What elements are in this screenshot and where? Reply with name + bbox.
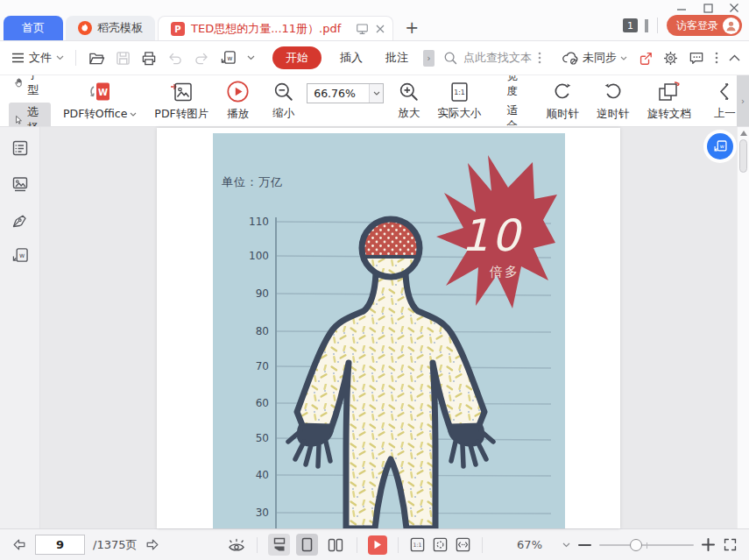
actual-size-label: 实际大小 (437, 106, 481, 121)
zoom-slider-knob[interactable] (630, 539, 642, 551)
collapse-ribbon-button[interactable] (729, 54, 740, 61)
play-slideshow-button[interactable]: 播放 (217, 75, 258, 126)
sidebar-outline-button[interactable] (11, 139, 29, 157)
open-file-button[interactable] (83, 51, 110, 66)
ribbon-tab-start[interactable]: 开始 (272, 46, 322, 69)
svg-text:P: P (174, 25, 180, 34)
zoom-dropdown-arrow[interactable] (369, 84, 383, 103)
ribbon-tabs-expander[interactable]: › (423, 50, 435, 67)
present-on-monitor-icon[interactable] (356, 23, 369, 35)
pdf-to-office-icon: W (87, 81, 113, 103)
zoom-percent-dropdown-arrow[interactable] (562, 542, 570, 548)
export-to-word-button[interactable]: w (215, 50, 242, 66)
new-tab-button[interactable]: + (396, 18, 427, 40)
kebab-icon[interactable] (715, 52, 718, 64)
select-tool-button[interactable]: 选择 (9, 103, 51, 128)
eye-protection-button[interactable] (227, 537, 246, 553)
rotate-document-button[interactable]: 旋转文档 (639, 75, 700, 126)
svg-text:1:1: 1:1 (413, 542, 422, 548)
more-tools-chevron[interactable] (242, 55, 260, 60)
svg-text:w: w (227, 54, 232, 62)
zoom-out-icon (273, 82, 294, 103)
hand-tool-button[interactable]: 手型 (9, 75, 51, 100)
rotate-counterclockwise-button[interactable]: 逆时针 (588, 75, 639, 126)
export-to-word-fab[interactable]: w (707, 133, 733, 159)
settings-button[interactable] (663, 51, 678, 66)
single-page-view-button[interactable] (296, 534, 318, 556)
select-tool-label: 选择 (27, 104, 43, 128)
close-window-button[interactable] (728, 3, 740, 13)
zoom-level-combobox[interactable]: 66.76% (307, 83, 384, 103)
actual-size-small-button[interactable]: 1:1 (409, 536, 426, 553)
pdf-to-image-icon (169, 81, 194, 103)
sync-status-button[interactable]: 未同步 (562, 50, 627, 66)
undo-button[interactable] (162, 52, 188, 65)
rotate-cw-label: 顺时针 (547, 107, 580, 122)
window-count-badge[interactable]: 1 (623, 18, 638, 32)
zoom-slider[interactable] (599, 539, 694, 551)
fit-width-button[interactable]: 适合宽度 (497, 75, 526, 99)
starburst-caption: 倍多 (489, 264, 519, 280)
fit-page-button[interactable]: 适合页面 (497, 103, 526, 128)
zoom-out-minus-button[interactable] (578, 543, 591, 547)
tab-home[interactable]: 首页 (4, 16, 63, 40)
doc-convert-icon: w (713, 139, 728, 153)
tab-document[interactable]: P TED思想的力量...11册）.pdf (158, 16, 393, 40)
share-button[interactable] (638, 51, 653, 66)
zoom-in-label: 放大 (398, 106, 420, 121)
find-text-field[interactable]: 点此查找文本 (438, 50, 547, 66)
sidebar-sign-button[interactable] (11, 211, 29, 229)
svg-text:w: w (19, 252, 25, 259)
fit-page-small-button[interactable] (432, 536, 449, 553)
scroll-up-arrow[interactable] (740, 131, 747, 136)
guest-login-button[interactable]: 访客登录 (667, 15, 742, 36)
chevron-down-icon (620, 56, 627, 60)
previous-page-button[interactable] (11, 537, 27, 552)
redo-button[interactable] (188, 52, 215, 65)
rotate-clockwise-button[interactable]: 顺时针 (538, 75, 589, 126)
actual-size-button[interactable]: 1:1 实际大小 (428, 75, 490, 126)
two-page-view-button[interactable] (324, 534, 346, 556)
save-button[interactable] (110, 51, 136, 66)
pdf-to-office-button[interactable]: W PDF转Office (54, 75, 145, 126)
rotate-ccw-icon (602, 81, 625, 103)
play-circle-icon (226, 80, 250, 103)
fit-width-small-button[interactable] (455, 536, 471, 553)
scrollbar-thumb[interactable] (739, 139, 747, 173)
actual-size-icon: 1:1 (449, 82, 470, 103)
minimize-button[interactable] (675, 3, 688, 13)
sidebar-thumbnails-button[interactable] (11, 175, 29, 193)
tab-bar: 首页 稻壳模板 P TED思想的力量...11册）.pdf (4, 16, 427, 40)
zoom-group: 缩小 66.76% (264, 75, 389, 126)
ribbon-expander-strip[interactable]: › (737, 75, 749, 126)
tab-docer[interactable]: 稻壳模板 (66, 16, 155, 40)
zoom-in-plus-button[interactable] (702, 538, 715, 551)
page-number-input[interactable]: 9 (35, 535, 85, 555)
pdf-to-image-button[interactable]: PDF转图片 (145, 75, 217, 126)
svg-text:100: 100 (249, 250, 269, 262)
rotate-ccw-label: 逆时针 (597, 107, 630, 122)
print-button[interactable] (136, 51, 162, 66)
maximize-button[interactable] (702, 3, 714, 13)
next-page-button[interactable] (145, 537, 160, 552)
ribbon-tab-insert[interactable]: 插入 (329, 50, 374, 66)
vertical-scrollbar[interactable] (737, 127, 749, 528)
continuous-view-button[interactable] (268, 534, 290, 556)
close-tab-icon[interactable] (375, 24, 385, 34)
zoom-percent-label[interactable]: 67% (517, 538, 542, 551)
titlebar: 首页 稻壳模板 P TED思想的力量...11册）.pdf (0, 0, 749, 41)
fullscreen-button[interactable] (723, 537, 738, 552)
pdf-page-illustration: 单位：万亿 (213, 133, 565, 528)
feedback-button[interactable] (689, 51, 704, 65)
pdf-to-office-label: PDF转Office (63, 107, 127, 122)
main-menu-button[interactable]: 文件 (7, 50, 68, 66)
rotate-document-icon (657, 81, 682, 103)
sidebar-export-word-button[interactable]: w (11, 247, 29, 265)
window-controls (675, 3, 740, 13)
play-button[interactable] (368, 535, 387, 555)
zoom-out-button[interactable]: 缩小 (264, 82, 303, 125)
ribbon-tab-annotate[interactable]: 批注 (374, 50, 420, 66)
sync-status-label: 未同步 (583, 50, 617, 66)
divider (357, 537, 357, 553)
zoom-in-button[interactable]: 放大 (389, 75, 428, 126)
